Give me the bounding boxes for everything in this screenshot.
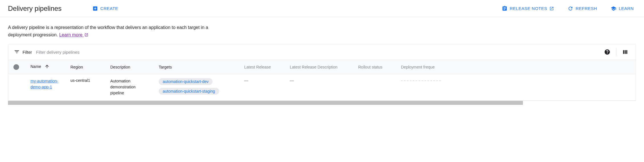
filter-label: Filter — [23, 50, 32, 55]
target-chip[interactable]: automation-quickstart-staging — [159, 88, 219, 95]
column-rollout-status[interactable]: Rollout status — [353, 60, 396, 74]
deployment-frequency-placeholder — [401, 78, 441, 81]
cell-targets: automation-quickstart-dev automation-qui… — [154, 74, 239, 101]
empty-value: — — [290, 78, 294, 83]
filter-icon — [14, 49, 20, 55]
description-text: A delivery pipeline is a representation … — [8, 24, 213, 38]
scrollbar-thumb[interactable] — [8, 101, 523, 105]
columns-icon — [622, 49, 628, 55]
pipelines-table: Name Region Description Targets Latest R… — [8, 60, 636, 101]
column-name[interactable]: Name — [25, 60, 65, 74]
column-latest-release-description[interactable]: Latest Release Description — [285, 60, 353, 74]
refresh-icon — [568, 6, 573, 11]
refresh-button[interactable]: REFRESH — [565, 4, 599, 13]
column-status — [8, 60, 25, 74]
column-deployment-frequency[interactable]: Deployment freque — [396, 60, 636, 74]
help-icon — [604, 49, 610, 55]
learn-more-label: Learn more — [59, 32, 83, 37]
cell-rollout-status — [353, 74, 396, 101]
column-name-label: Name — [30, 64, 41, 69]
empty-value: — — [244, 78, 248, 83]
create-label: CREATE — [100, 6, 118, 11]
filter-icon-wrap: Filter — [14, 49, 32, 55]
target-chip[interactable]: automation-quickstart-dev — [159, 78, 213, 85]
sort-ascending-icon — [44, 64, 50, 70]
filter-input[interactable] — [36, 50, 598, 55]
description-section: A delivery pipeline is a representation … — [0, 17, 644, 44]
learn-button[interactable]: LEARN — [608, 4, 636, 13]
status-dot-icon — [13, 64, 19, 70]
cell-deployment-frequency — [396, 74, 636, 101]
learn-more-link[interactable]: Learn more — [59, 32, 88, 37]
horizontal-scrollbar[interactable] — [8, 101, 636, 105]
filter-right — [602, 47, 630, 57]
release-notes-label: RELEASE NOTES — [510, 6, 547, 11]
column-targets[interactable]: Targets — [154, 60, 239, 74]
description-body: A delivery pipeline is a representation … — [8, 25, 208, 37]
table-row: my-automation-demo-app-1 us-central1 Aut… — [8, 74, 636, 101]
cell-description: Automation demonstration pipeline — [105, 74, 154, 101]
plus-box-icon — [92, 6, 98, 11]
learn-label: LEARN — [619, 6, 634, 11]
external-link-icon — [84, 33, 88, 37]
create-button[interactable]: CREATE — [90, 4, 121, 13]
cell-name: my-automation-demo-app-1 — [25, 74, 65, 101]
release-notes-button[interactable]: RELEASE NOTES — [500, 4, 557, 13]
cell-status — [8, 74, 25, 101]
columns-button[interactable] — [620, 47, 630, 57]
targets-list: automation-quickstart-dev automation-qui… — [159, 78, 234, 96]
pipeline-name-link[interactable]: my-automation-demo-app-1 — [30, 79, 58, 89]
column-description[interactable]: Description — [105, 60, 154, 74]
filter-bar: Filter — [8, 44, 636, 60]
external-link-icon — [549, 6, 554, 11]
header-actions: RELEASE NOTES REFRESH LEARN — [500, 4, 636, 13]
divider — [616, 48, 616, 56]
graduation-cap-icon — [611, 6, 616, 11]
table-container: Filter Name — [8, 44, 636, 101]
column-latest-release[interactable]: Latest Release — [239, 60, 285, 74]
cell-latest-release: — — [239, 74, 285, 101]
refresh-label: REFRESH — [576, 6, 597, 11]
column-region[interactable]: Region — [65, 60, 105, 74]
notes-icon — [502, 6, 508, 11]
page-title: Delivery pipelines — [8, 5, 62, 13]
cell-latest-release-description: — — [285, 74, 353, 101]
table-header-row: Name Region Description Targets Latest R… — [8, 60, 636, 74]
help-button[interactable] — [602, 47, 612, 57]
cell-region: us-central1 — [65, 74, 105, 101]
page-header: Delivery pipelines CREATE RELEASE NOTES … — [0, 0, 644, 17]
